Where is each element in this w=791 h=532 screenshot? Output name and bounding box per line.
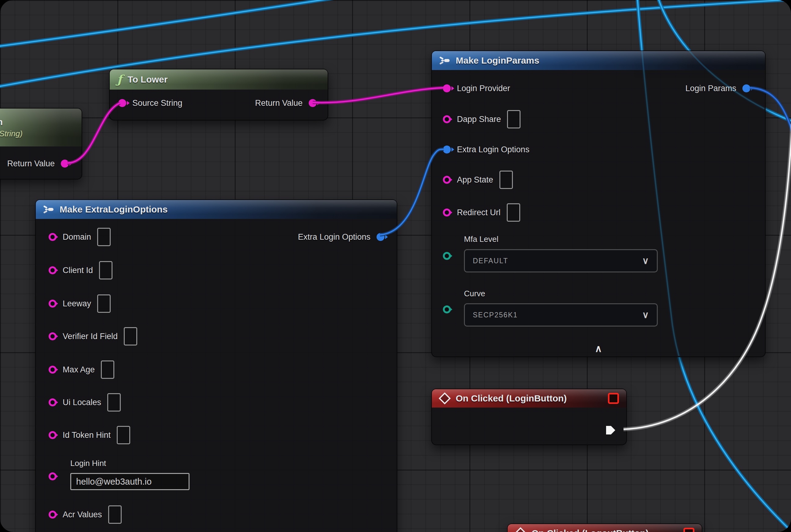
node-to-lower[interactable]: ƒ To Lower Source String Return Value xyxy=(109,69,328,120)
redirect-url-pin[interactable] xyxy=(443,209,451,216)
pin-label-curve: Curve xyxy=(464,289,485,299)
extra-login-options-output-pin[interactable] xyxy=(377,233,385,241)
pin-label-login-hint: Login Hint xyxy=(70,459,106,468)
pin-label-mfa-level: Mfa Level xyxy=(464,234,499,244)
leeway-pin[interactable] xyxy=(49,300,57,308)
node-on-clicked-logout-button[interactable]: On Clicked (LogoutButton) xyxy=(507,524,702,532)
dapp-share-pin[interactable] xyxy=(443,115,451,123)
curve-value: SECP256K1 xyxy=(473,311,518,319)
verifier-id-field-pin[interactable] xyxy=(49,332,57,340)
pin-label-login-params-out: Login Params xyxy=(685,84,736,93)
chevron-down-icon: ∨ xyxy=(642,310,649,320)
ui-locales-text-field[interactable] xyxy=(107,393,121,412)
node-title: tion xyxy=(0,117,3,127)
node-string-source-header[interactable]: tion ox (String) xyxy=(0,109,82,147)
dapp-share-text-field[interactable] xyxy=(507,110,521,128)
login-params-output-pin[interactable] xyxy=(742,84,750,92)
client-id-pin[interactable] xyxy=(49,266,57,274)
acr-values-text-field[interactable] xyxy=(108,506,122,524)
leeway-text-field[interactable] xyxy=(97,294,111,313)
pin-label-dapp-share: Dapp Share xyxy=(457,115,501,124)
login-hint-pin[interactable] xyxy=(49,472,57,480)
event-icon xyxy=(439,392,451,404)
pin-label-redirect-url: Redirect Url xyxy=(457,208,501,217)
node-subtitle: ox (String) xyxy=(0,129,23,138)
node-make-login-params[interactable]: Make LoginParams Login Provider Login Pa… xyxy=(431,51,766,357)
string-output-pin[interactable] xyxy=(61,159,69,168)
pin-label-extra-login-options-out: Extra Login Options xyxy=(298,232,370,242)
pin-label-login-provider: Login Provider xyxy=(457,84,510,93)
pin-label-return-value: Return Value xyxy=(255,98,303,108)
node-on-clicked-login-button[interactable]: On Clicked (LoginButton) xyxy=(431,388,627,445)
return-value-pin[interactable] xyxy=(309,99,317,107)
app-state-pin[interactable] xyxy=(443,176,451,184)
node-title: Make ExtraLoginOptions xyxy=(60,204,168,215)
max-age-text-field[interactable] xyxy=(101,360,114,379)
function-icon: ƒ xyxy=(117,74,122,85)
mfa-level-dropdown[interactable]: DEFAULT ∨ xyxy=(464,249,658,272)
domain-text-field[interactable] xyxy=(97,228,111,246)
pin-label-max-age: Max Age xyxy=(63,365,95,375)
id-token-hint-text-field[interactable] xyxy=(117,426,130,444)
ui-locales-pin[interactable] xyxy=(49,398,57,406)
pin-label-domain: Domain xyxy=(63,232,91,242)
pin-label-client-id: Client Id xyxy=(63,266,93,275)
delegate-pin[interactable] xyxy=(608,393,619,404)
event-icon xyxy=(515,527,527,532)
pin-label-acr-values: Acr Values xyxy=(63,510,102,519)
pin-label-source-string: Source String xyxy=(132,98,182,108)
make-struct-icon xyxy=(43,205,54,214)
node-event-logout-header[interactable]: On Clicked (LogoutButton) xyxy=(508,524,702,532)
node-make-extra-login-options[interactable]: Make ExtraLoginOptions Domain Extra Logi… xyxy=(35,200,397,532)
delegate-pin[interactable] xyxy=(683,528,694,532)
node-event-login-header[interactable]: On Clicked (LoginButton) xyxy=(432,389,626,407)
mfa-level-pin[interactable] xyxy=(443,252,451,260)
node-title: On Clicked (LogoutButton) xyxy=(532,528,649,532)
node-title: To Lower xyxy=(128,74,168,85)
redirect-url-text-field[interactable] xyxy=(507,203,520,222)
node-title: Make LoginParams xyxy=(456,55,539,66)
login-provider-pin[interactable] xyxy=(443,84,451,92)
blueprint-graph[interactable]: tion ox (String) Return Value ƒ To Lower… xyxy=(0,0,791,532)
pin-label-verifier-id-field: Verifier Id Field xyxy=(63,332,118,341)
pin-label-return-value: Return Value xyxy=(7,159,55,169)
collapse-node-button[interactable]: ∧ xyxy=(432,344,765,354)
pin-label-leeway: Leeway xyxy=(63,299,91,308)
node-to-lower-header[interactable]: ƒ To Lower xyxy=(110,70,328,90)
acr-values-pin[interactable] xyxy=(49,511,57,518)
pin-label-app-state: App State xyxy=(457,175,493,185)
source-string-pin[interactable] xyxy=(118,99,126,107)
max-age-pin[interactable] xyxy=(49,366,57,374)
curve-pin[interactable] xyxy=(443,305,451,314)
pin-label-extra-login-options: Extra Login Options xyxy=(457,145,529,154)
id-token-hint-pin[interactable] xyxy=(49,431,57,439)
node-extra-header[interactable]: Make ExtraLoginOptions xyxy=(36,200,397,219)
node-params-header[interactable]: Make LoginParams xyxy=(432,51,765,70)
client-id-text-field[interactable] xyxy=(99,261,113,280)
extra-login-options-input-pin[interactable] xyxy=(443,146,451,153)
domain-pin[interactable] xyxy=(49,233,57,241)
curve-dropdown[interactable]: SECP256K1 ∨ xyxy=(464,303,658,326)
login-hint-input[interactable]: hello@web3auth.io xyxy=(70,473,190,490)
app-state-text-field[interactable] xyxy=(499,171,513,189)
node-string-source[interactable]: tion ox (String) Return Value xyxy=(0,108,82,179)
verifier-id-text-field[interactable] xyxy=(124,327,137,345)
make-struct-icon xyxy=(439,56,450,65)
pin-label-ui-locales: Ui Locales xyxy=(63,398,101,407)
pin-label-id-token-hint: Id Token Hint xyxy=(63,431,111,440)
chevron-down-icon: ∨ xyxy=(642,256,649,265)
node-title: On Clicked (LoginButton) xyxy=(456,393,567,404)
mfa-level-value: DEFAULT xyxy=(473,257,508,265)
exec-output-pin[interactable] xyxy=(605,424,616,436)
